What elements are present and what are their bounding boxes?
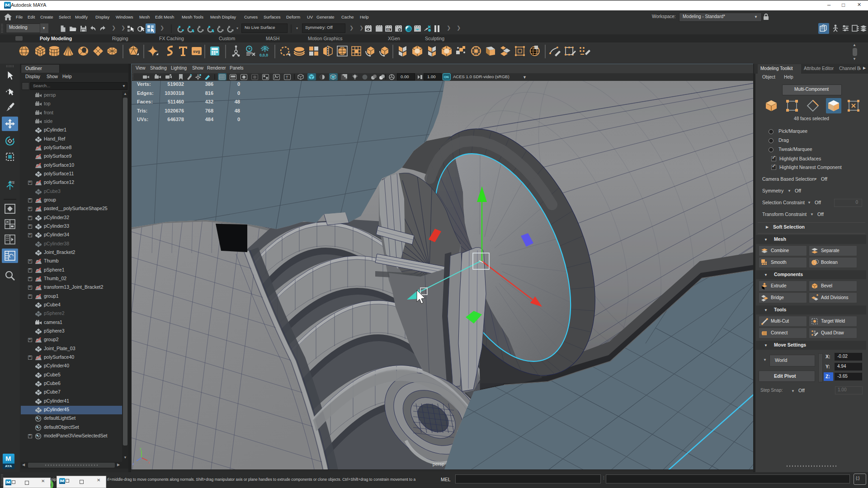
svg-text:432: 432 (205, 99, 213, 104)
svg-text:768: 768 (205, 108, 213, 113)
svg-text:48: 48 (235, 108, 240, 113)
svg-text:z: z (132, 462, 134, 466)
svg-text:646378: 646378 (167, 117, 184, 122)
svg-text:x: x (148, 460, 150, 465)
svg-text:519032: 519032 (167, 81, 184, 87)
svg-text:0: 0 (237, 90, 240, 96)
svg-text:UVs:: UVs: (137, 117, 148, 122)
svg-text:1030318: 1030318 (165, 90, 184, 96)
svg-text:Faces:: Faces: (137, 99, 153, 104)
svg-text:816: 816 (205, 90, 213, 96)
svg-text:Verts:: Verts: (137, 81, 151, 87)
svg-text:Tris:: Tris: (137, 108, 147, 113)
svg-text:0,0,0: 0,0,0 (259, 53, 268, 57)
svg-text:T: T (286, 75, 288, 80)
svg-text:Edges:: Edges: (137, 90, 154, 96)
svg-text:0: 0 (237, 81, 240, 87)
svg-text:386: 386 (205, 81, 213, 87)
svg-text:svg: svg (193, 49, 200, 54)
svg-text:y: y (140, 446, 142, 450)
svg-text:511460: 511460 (168, 99, 184, 104)
svg-text:48: 48 (235, 99, 240, 104)
svg-text:1020676: 1020676 (165, 108, 184, 113)
svg-text:IPR: IPR (387, 28, 391, 31)
svg-text:484: 484 (205, 117, 214, 122)
svg-text:persp: persp (433, 461, 444, 467)
svg-text:0: 0 (237, 117, 240, 122)
